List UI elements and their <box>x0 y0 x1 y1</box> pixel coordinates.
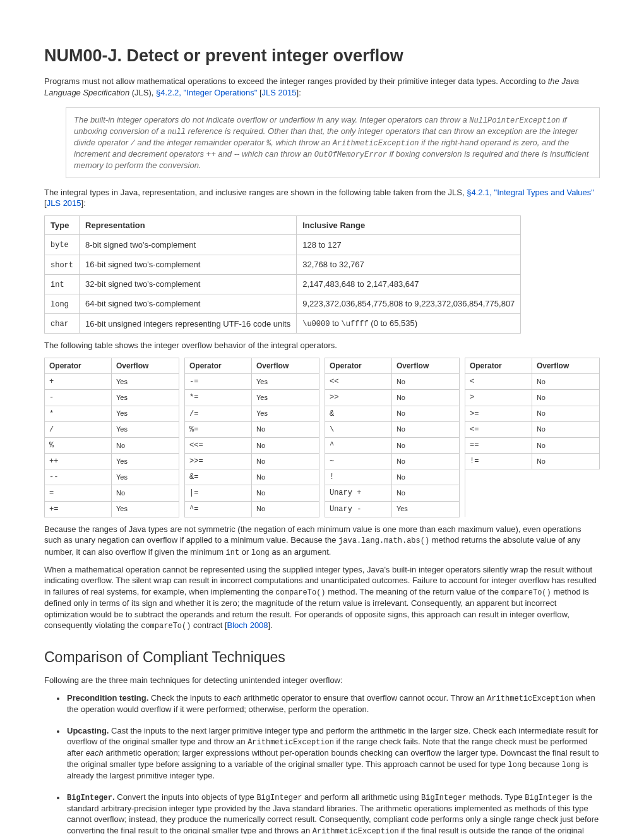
types-intro: The integral types in Java, representati… <box>44 187 600 209</box>
table-row: +Yes-=Yes<<No<No <box>45 374 600 390</box>
table-row: long64-bit signed two's-complement9,223,… <box>45 294 521 314</box>
ops-table: OperatorOverflowOperatorOverflowOperator… <box>44 358 600 517</box>
link-bloch-2008[interactable]: Bloch 2008 <box>227 620 268 630</box>
table-row: int32-bit signed two's-complement2,147,4… <box>45 274 521 294</box>
section-comparison: Comparison of Compliant Techniques <box>44 648 600 667</box>
link-jls-422[interactable]: §4.2.2, "Integer Operations" <box>156 88 257 97</box>
table-row: --Yes&=No!No <box>45 469 600 485</box>
table-row: /Yes%=No\No<=No <box>45 421 600 437</box>
technique-precondition: Precondition testing. Check the inputs t… <box>66 692 600 715</box>
link-jls-2015-a[interactable]: JLS 2015 <box>262 88 297 97</box>
table-row: +=Yes^=NoUnary -Yes <box>45 501 600 517</box>
spec-quote: The built-in integer operators do not in… <box>66 107 600 178</box>
para-wrap: When a mathematical operation cannot be … <box>44 564 600 632</box>
table-row: ++Yes>>=No~No!=No <box>45 454 600 469</box>
para-symmetry: Because the ranges of Java types are not… <box>44 524 600 558</box>
table-row: char16-bit unsigned integers representin… <box>45 314 521 334</box>
types-th-range: Inclusive Range <box>297 215 521 235</box>
types-table: Type Representation Inclusive Range byte… <box>44 215 521 334</box>
table-row: byte8-bit signed two's-complement128 to … <box>45 235 521 255</box>
types-th-repr: Representation <box>80 215 297 235</box>
table-row: %No<<=No^No==No <box>45 437 600 453</box>
ops-intro: The following table shows the integer ov… <box>44 340 600 351</box>
techniques-intro: Following are the three main techniques … <box>44 675 600 686</box>
techniques-list: Precondition testing. Check the inputs t… <box>53 692 600 834</box>
page-title: NUM00-J. Detect or prevent integer overf… <box>44 44 600 67</box>
table-row: *Yes/=Yes&No>=No <box>45 406 600 421</box>
technique-biginteger: BigInteger. Convert the inputs into obje… <box>66 792 600 834</box>
table-row: -Yes*=Yes>>No>No <box>45 390 600 406</box>
table-row: short16-bit signed two's-complement32,76… <box>45 255 521 274</box>
link-jls-2015-b[interactable]: JLS 2015 <box>47 198 81 208</box>
intro-paragraph: Programs must not allow mathematical ope… <box>44 76 600 98</box>
types-th-type: Type <box>45 215 80 235</box>
link-jls-421[interactable]: §4.2.1, "Integral Types and Values" <box>467 188 594 197</box>
table-row: =No|=NoUnary +No <box>45 485 600 501</box>
technique-upcasting: Upcasting. Cast the inputs to the next l… <box>66 725 600 782</box>
